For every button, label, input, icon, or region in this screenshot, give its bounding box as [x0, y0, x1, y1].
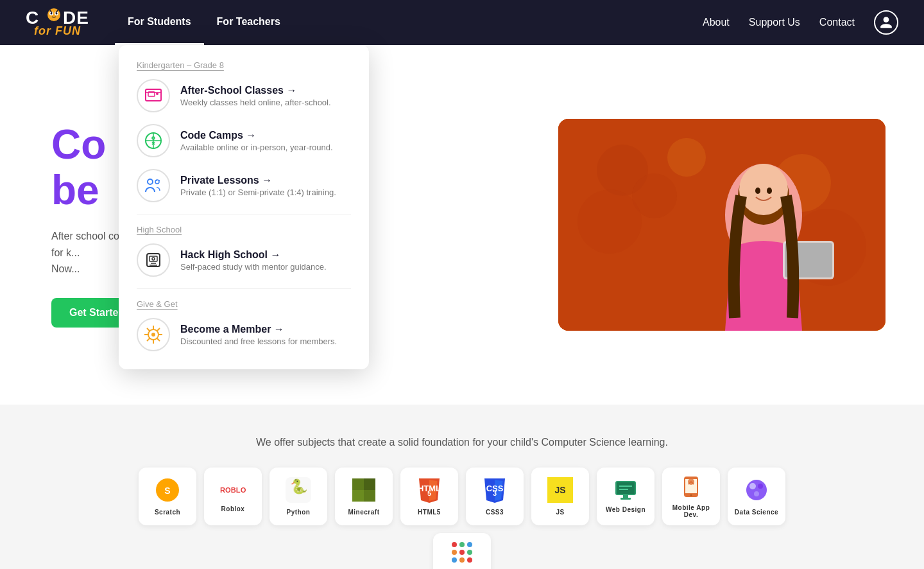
mobileapp-label: Mobile App Dev. [667, 504, 715, 518]
python-label: Python [287, 509, 311, 516]
codecamps-title: Code Camps → [180, 130, 333, 141]
subjects-section: We offer subjects that create a solid fo… [0, 405, 924, 569]
dropdown-codecamps-item[interactable]: Code Camps → Available online or in-pers… [137, 124, 351, 157]
subject-scratch[interactable]: S Scratch [139, 468, 196, 525]
js-label: JS [556, 509, 564, 516]
svg-line-32 [157, 328, 160, 331]
dropdown-section2-label: High School [137, 225, 351, 234]
mobileapp-icon [681, 475, 701, 502]
subject-html5[interactable]: HTML5 HTML5 [400, 468, 458, 525]
subject-python[interactable]: 🐍 Python [270, 468, 327, 525]
svg-point-38 [667, 138, 706, 177]
nav-about[interactable]: About [703, 17, 730, 28]
svg-point-78 [749, 483, 756, 489]
dropdown-privatelessons-item[interactable]: Private Lessons → Private (1:1) or Semi-… [137, 169, 351, 202]
svg-point-37 [578, 189, 642, 254]
afterschool-text: After-School Classes → Weekly classes he… [180, 85, 331, 107]
owl-icon [45, 7, 63, 22]
svg-text:S: S [164, 486, 170, 496]
svg-point-88 [459, 557, 465, 563]
svg-point-0 [47, 8, 60, 21]
svg-rect-69 [623, 495, 628, 498]
webdesign-icon [614, 480, 637, 503]
svg-line-30 [147, 328, 150, 331]
nav-contact[interactable]: Contact [819, 17, 855, 28]
nav-support[interactable]: Support Us [749, 17, 800, 28]
logo[interactable]: C DE for FUN [26, 8, 89, 38]
svg-point-17 [156, 180, 157, 181]
js-icon: JS [547, 477, 573, 506]
member-icon [142, 323, 165, 346]
svg-point-18 [158, 180, 160, 181]
subjects-tagline: We offer subjects that create a solid fo… [26, 437, 898, 448]
dropdown-section3-label: Give & Get [137, 299, 351, 309]
svg-point-87 [452, 557, 457, 563]
subject-datascience[interactable]: Data Science [728, 468, 785, 525]
svg-point-81 [452, 542, 457, 547]
svg-point-77 [746, 480, 767, 500]
subject-css3[interactable]: CSS3 CSS3 [466, 468, 524, 525]
subject-roblox[interactable]: ROBLOX Roblox [204, 468, 262, 525]
hackhighschool-icon-wrap [137, 243, 170, 277]
codecamps-icon-wrap [137, 124, 170, 157]
dropdown-afterschool-item[interactable]: After-School Classes → Weekly classes he… [137, 79, 351, 112]
dropdown-member-item[interactable]: Become a Member → Discounted and free le… [137, 318, 351, 351]
dropdown-hackhighschool-item[interactable]: Hack High School → Self-paced study with… [137, 243, 351, 277]
svg-point-82 [459, 542, 465, 547]
svg-point-15 [148, 179, 153, 184]
html5-icon: HTML5 [416, 477, 442, 506]
codecamps-icon [143, 130, 164, 151]
privatelessons-text: Private Lessons → Private (1:1) or Semi-… [180, 175, 336, 197]
svg-point-75 [690, 494, 692, 496]
svg-point-83 [467, 542, 472, 547]
svg-text:3: 3 [493, 489, 497, 497]
ml-icon [449, 539, 475, 568]
privatelessons-desc: Private (1:1) or Semi-private (1:4) trai… [180, 188, 336, 197]
afterschool-desc: Weekly classes held online, after-school… [180, 98, 331, 107]
dropdown-divider2 [137, 288, 351, 289]
svg-point-79 [758, 484, 763, 489]
svg-rect-70 [620, 498, 631, 500]
scratch-label: Scratch [155, 509, 180, 516]
codecamps-desc: Available online or in-person, year-roun… [180, 143, 333, 152]
nav-for-teachers[interactable]: For Teachers [204, 0, 293, 45]
afterschool-icon [143, 85, 164, 106]
svg-point-46 [755, 188, 760, 194]
svg-point-84 [452, 550, 457, 555]
datascience-icon [744, 477, 769, 506]
svg-text:🐍: 🐍 [290, 478, 308, 495]
svg-rect-54 [364, 478, 375, 490]
subject-js[interactable]: JS JS [531, 468, 589, 525]
user-avatar-button[interactable] [874, 10, 898, 35]
svg-point-21 [152, 258, 155, 260]
logo-text: C DE for FUN [26, 8, 89, 38]
nav-links: For Students For Teachers [115, 0, 703, 45]
minecraft-icon [351, 477, 377, 506]
subject-ml[interactable]: Machine Learning [433, 533, 491, 569]
codecamps-text: Code Camps → Available online or in-pers… [180, 130, 333, 152]
svg-rect-20 [150, 256, 157, 261]
member-text: Become a Member → Discounted and free le… [180, 324, 337, 346]
hero-image [558, 119, 886, 331]
svg-point-43 [739, 164, 788, 215]
css3-icon: CSS3 [482, 477, 508, 506]
html5-label: HTML5 [418, 509, 441, 516]
roblox-label: Roblox [221, 505, 245, 512]
subject-webdesign[interactable]: Web Design [597, 468, 654, 525]
dropdown-section1-label: Kindergarten – Grade 8 [137, 60, 351, 70]
minecraft-label: Minecraft [348, 509, 380, 516]
svg-line-31 [157, 338, 160, 341]
subject-mobileapp[interactable]: Mobile App Dev. [662, 468, 720, 525]
privatelessons-icon [143, 175, 164, 196]
subject-minecraft[interactable]: Minecraft [335, 468, 393, 525]
nav-for-students[interactable]: For Students [115, 0, 204, 45]
hackhighschool-icon [143, 250, 164, 270]
students-dropdown: Kindergarten – Grade 8 After-School Clas… [119, 45, 369, 369]
dropdown-divider1 [137, 214, 351, 214]
svg-line-33 [147, 338, 150, 341]
webdesign-label: Web Design [606, 506, 646, 513]
roblox-icon: ROBLOX [220, 480, 246, 503]
user-icon [879, 15, 893, 30]
svg-point-89 [467, 557, 472, 563]
hackhighschool-text: Hack High School → Self-paced study with… [180, 249, 327, 272]
